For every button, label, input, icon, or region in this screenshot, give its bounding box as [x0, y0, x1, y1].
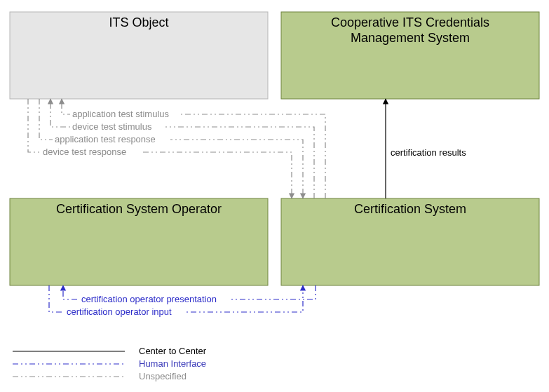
flow-cert-results-label: certification results: [391, 147, 466, 158]
diagram-canvas: ITS Object Cooperative ITS Credentials M…: [0, 0, 549, 392]
box-ccms: Cooperative ITS Credentials Management S…: [281, 12, 539, 99]
box-cso: Certification System Operator: [10, 198, 268, 285]
box-its-object: ITS Object: [10, 12, 268, 99]
flow-cert-op-input-label: certification operator input: [67, 306, 172, 317]
box-cso-label: Certification System Operator: [56, 202, 222, 216]
flow-dev-test-stimulus-label: device test stimulus: [72, 121, 152, 132]
flow-app-test-response-label: application test response: [55, 134, 156, 144]
legend-human: Human Interface: [139, 358, 206, 369]
legend-c2c: Center to Center: [139, 346, 207, 356]
legend-unspecified: Unspecified: [139, 371, 187, 381]
box-cs: Certification System: [281, 198, 539, 285]
box-ccms-label-line2: Management System: [351, 31, 470, 45]
flow-dev-test-response-label: device test response: [43, 147, 126, 157]
flow-cert-op-presentation-label: certification operator presentation: [81, 294, 217, 304]
box-ccms-label-line1: Cooperative ITS Credentials: [331, 15, 489, 29]
box-cs-label: Certification System: [354, 202, 466, 216]
legend: Center to Center Human Interface Unspeci…: [13, 346, 207, 381]
box-its-object-label: ITS Object: [109, 15, 168, 29]
flow-app-test-stimulus-label: application test stimulus: [72, 109, 170, 119]
